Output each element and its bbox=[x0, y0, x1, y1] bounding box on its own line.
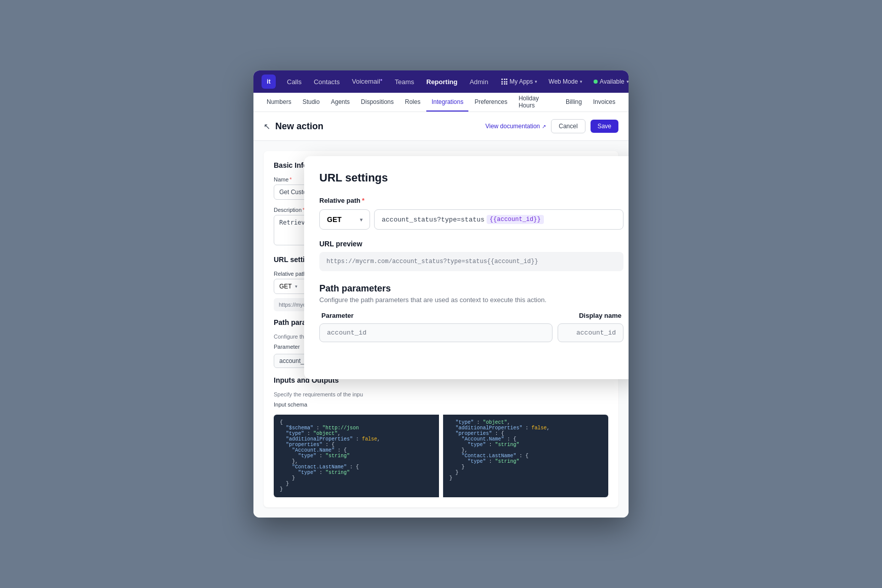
nav-right: My Apps ▾ Web Mode ▾ Available ▾ U ▾ bbox=[497, 75, 629, 88]
overlay-display-input[interactable] bbox=[558, 323, 623, 342]
subnav-dispositions[interactable]: Dispositions bbox=[356, 93, 399, 112]
chevron-down-icon: ▾ bbox=[360, 217, 362, 223]
nav-reporting[interactable]: Reporting bbox=[421, 75, 462, 89]
chevron-down-icon: ▾ bbox=[627, 79, 629, 84]
code-block-right: "type" : "object", "additionalProperties… bbox=[443, 415, 609, 497]
top-nav: it Calls Contacts Voicemail● Teams Repor… bbox=[253, 70, 629, 93]
param-col-label: Parameter bbox=[321, 312, 354, 319]
overlay-params-title: Path parameters bbox=[319, 283, 623, 294]
subnav-roles[interactable]: Roles bbox=[400, 93, 426, 112]
page-header: ↖ New action View documentation ↗ Cancel… bbox=[253, 112, 629, 141]
overlay-path-input[interactable]: account_status?type=status {{account_id}… bbox=[374, 209, 623, 230]
overlay-preview-label: URL preview bbox=[319, 240, 623, 248]
subnav-numbers[interactable]: Numbers bbox=[262, 93, 297, 112]
header-actions: View documentation ↗ Cancel Save bbox=[485, 119, 618, 133]
params-table-header: Parameter Display name bbox=[319, 312, 623, 319]
sub-nav: Numbers Studio Agents Dispositions Roles… bbox=[253, 93, 629, 112]
inputs-outputs-desc: Specify the requirements of the inpu bbox=[274, 391, 608, 397]
overlay-preview-box: https://mycrm.com/account_status?type=st… bbox=[319, 252, 623, 271]
chevron-down-icon: ▾ bbox=[580, 79, 582, 84]
page-title-row: ↖ New action bbox=[264, 121, 323, 132]
web-mode-button[interactable]: Web Mode ▾ bbox=[544, 76, 586, 87]
overlay-path-text: account_status?type=status bbox=[382, 216, 485, 224]
chevron-down-icon: ▾ bbox=[295, 284, 298, 289]
grid-icon bbox=[501, 79, 507, 85]
share-icon: ↖ bbox=[264, 122, 270, 131]
subnav-studio[interactable]: Studio bbox=[298, 93, 325, 112]
status-dot bbox=[594, 80, 598, 84]
path-param-highlight: {{account_id}} bbox=[487, 215, 544, 224]
subnav-integrations[interactable]: Integrations bbox=[426, 93, 468, 112]
nav-contacts[interactable]: Contacts bbox=[309, 75, 345, 89]
overlay-method-select[interactable]: GET ▾ bbox=[319, 209, 370, 230]
code-block-left: { "$schema" : "http://json "type" : "obj… bbox=[274, 415, 439, 497]
page-title: New action bbox=[275, 121, 323, 132]
chevron-down-icon: ▾ bbox=[535, 79, 537, 84]
my-apps-button[interactable]: My Apps ▾ bbox=[497, 76, 541, 87]
overlay-param-input[interactable] bbox=[319, 323, 553, 342]
overlay-url-preview-section: URL preview https://mycrm.com/account_st… bbox=[319, 240, 623, 271]
overlay-param-row bbox=[319, 323, 623, 342]
main-content: Basic Information Name * 14/50 Descripti… bbox=[253, 141, 629, 518]
overlay-path-params-section: Path parameters Configure the path param… bbox=[319, 283, 623, 342]
overlay-relative-path-label: Relative path bbox=[319, 197, 360, 204]
relative-path-label-bg: Relative path bbox=[274, 271, 306, 277]
browser-window: it Calls Contacts Voicemail● Teams Repor… bbox=[253, 70, 629, 518]
logo[interactable]: it bbox=[262, 75, 276, 89]
nav-calls[interactable]: Calls bbox=[282, 75, 307, 89]
required-marker: * bbox=[289, 176, 291, 182]
subnav-invoices[interactable]: Invoices bbox=[588, 93, 620, 112]
subnav-billing[interactable]: Billing bbox=[561, 93, 587, 112]
description-label: Description bbox=[274, 207, 302, 213]
nav-teams[interactable]: Teams bbox=[390, 75, 419, 89]
overlay-panel: URL settings Relative path * GET ▾ accou… bbox=[304, 156, 629, 379]
overlay-title: URL settings bbox=[319, 171, 623, 185]
subnav-holiday-hours[interactable]: Holiday Hours bbox=[513, 93, 560, 112]
overlay-params-desc: Configure the path parameters that are u… bbox=[319, 296, 623, 304]
nav-admin[interactable]: Admin bbox=[464, 75, 493, 89]
display-col-label: Display name bbox=[579, 312, 621, 319]
available-status[interactable]: Available ▾ bbox=[590, 76, 629, 87]
overlay-path-row: GET ▾ account_status?type=status {{accou… bbox=[319, 209, 623, 230]
cancel-button[interactable]: Cancel bbox=[551, 119, 585, 133]
save-button[interactable]: Save bbox=[591, 120, 618, 133]
external-link-icon: ↗ bbox=[542, 124, 546, 129]
view-documentation-link[interactable]: View documentation ↗ bbox=[485, 123, 546, 130]
inputs-outputs-bg: Inputs and Outputs Specify the requireme… bbox=[274, 376, 608, 497]
name-label: Name bbox=[274, 176, 288, 182]
subnav-preferences[interactable]: Preferences bbox=[469, 93, 512, 112]
overlay-relative-path-section: Relative path * GET ▾ account_status?typ… bbox=[319, 197, 623, 230]
code-blocks-row: { "$schema" : "http://json "type" : "obj… bbox=[274, 415, 608, 497]
subnav-agents[interactable]: Agents bbox=[326, 93, 355, 112]
nav-voicemail[interactable]: Voicemail● bbox=[347, 75, 387, 88]
